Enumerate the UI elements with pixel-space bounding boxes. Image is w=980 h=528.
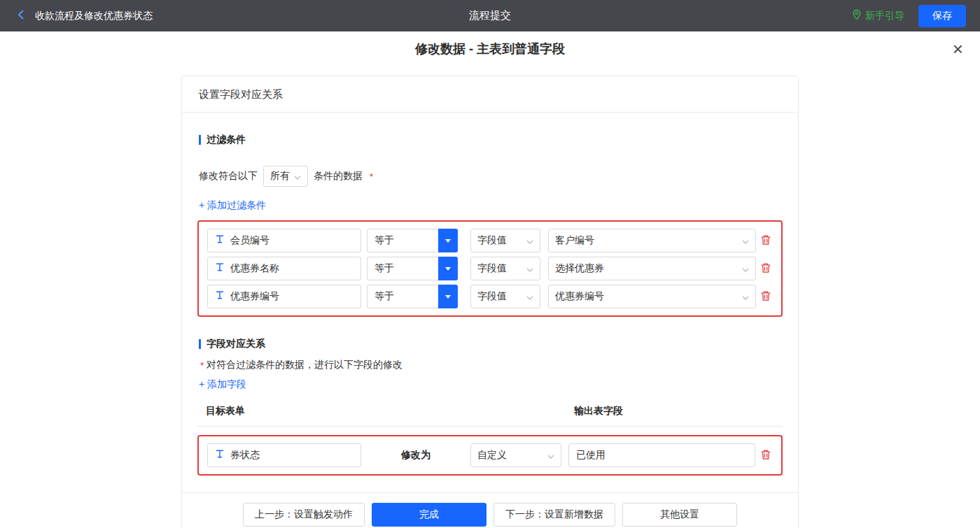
value-type-select[interactable]: 字段值 <box>470 285 540 308</box>
mapping-description-row: * 对符合过滤条件的数据，进行以下字段的修改 <box>199 359 781 371</box>
modal-title: 修改数据 - 主表到普通字段 <box>415 41 565 57</box>
trash-icon <box>760 449 771 462</box>
required-mark: * <box>370 171 373 182</box>
card-header: 设置字段对应关系 <box>182 76 798 113</box>
filter-title-text: 过滤条件 <box>206 134 246 146</box>
other-settings-button[interactable]: 其他设置 <box>622 503 737 527</box>
flow-title: 收款流程及修改优惠券状态 <box>35 10 153 22</box>
delete-row-button[interactable] <box>759 289 773 305</box>
filter-field-input[interactable] <box>230 263 354 274</box>
output-value-input-wrap <box>568 443 755 467</box>
chevron-down-icon <box>294 171 301 182</box>
topbar-left: 收款流程及修改优惠券状态 <box>14 8 153 24</box>
back-button[interactable] <box>14 8 28 24</box>
chevron-down-icon <box>547 450 554 461</box>
delete-row-button[interactable] <box>759 261 773 277</box>
trash-icon <box>760 234 771 248</box>
output-value-input[interactable] <box>576 450 748 461</box>
mode-select[interactable]: 自定义 <box>470 443 561 467</box>
topbar: 收款流程及修改优惠券状态 流程提交 新手引导 保存 <box>0 0 980 31</box>
filter-field-input-wrap <box>207 257 361 280</box>
modify-to-label: 修改为 <box>361 449 470 462</box>
next-step-button[interactable]: 下一步：设置新增数据 <box>493 503 615 527</box>
delete-row-button[interactable] <box>759 233 773 249</box>
caret-down-icon <box>438 229 458 252</box>
chevron-down-icon <box>742 291 749 302</box>
close-icon: × <box>953 38 963 59</box>
text-field-icon <box>215 449 225 462</box>
value-type-text: 字段值 <box>477 262 507 275</box>
chevron-down-icon <box>526 263 533 274</box>
match-type-select[interactable]: 所有 <box>263 166 308 187</box>
operator-value: 等于 <box>367 229 438 252</box>
mode-text: 自定义 <box>477 449 507 462</box>
mapping-description: 对符合过滤条件的数据，进行以下字段的修改 <box>206 359 402 371</box>
save-button[interactable]: 保存 <box>918 5 966 27</box>
value-type-text: 字段值 <box>477 290 507 303</box>
close-button[interactable]: × <box>953 40 963 58</box>
column-target-form: 目标表单 <box>206 405 574 418</box>
value-text: 选择优惠券 <box>555 262 604 275</box>
text-field-icon <box>215 234 225 247</box>
filter-section-title: 过滤条件 <box>199 134 781 146</box>
required-mark: * <box>200 360 204 371</box>
operator-select[interactable]: 等于 <box>367 257 458 280</box>
chevron-down-icon <box>526 291 533 302</box>
match-condition-row: 修改符合以下 所有 条件的数据 * <box>199 166 781 187</box>
value-text: 优惠券编号 <box>555 290 604 303</box>
mapping-rows-highlight-box: 修改为 自定义 <box>197 435 783 476</box>
filter-section: 过滤条件 修改符合以下 所有 条件的数据 * + 添加过滤条件 <box>182 134 798 212</box>
beginner-guide-link[interactable]: 新手引导 <box>852 9 904 22</box>
filter-field-input-wrap <box>207 229 361 252</box>
filter-row: 等于 字段值 优惠券编号 <box>207 285 773 308</box>
operator-value: 等于 <box>367 257 438 280</box>
chevron-down-icon <box>526 235 533 246</box>
done-button[interactable]: 完成 <box>372 503 486 527</box>
prev-step-button[interactable]: 上一步：设置触发动作 <box>243 503 365 527</box>
match-type-value: 所有 <box>270 170 290 183</box>
operator-select[interactable]: 等于 <box>367 285 458 308</box>
section-bar-icon <box>199 339 201 349</box>
match-suffix: 条件的数据 <box>314 170 363 183</box>
mapping-section-title: 字段对应关系 <box>199 338 781 350</box>
delete-row-button[interactable] <box>759 448 773 464</box>
topbar-right: 新手引导 保存 <box>852 5 966 27</box>
mapping-table-header: 目标表单 输出表字段 <box>197 405 783 427</box>
mapping-field-input[interactable] <box>230 450 354 461</box>
location-pin-icon <box>852 9 862 22</box>
settings-card: 设置字段对应关系 过滤条件 修改符合以下 所有 条件的数据 * + 添加过滤条件 <box>181 76 799 528</box>
modal-titlebar: 修改数据 - 主表到普通字段 × <box>0 31 980 66</box>
chevron-left-icon <box>15 9 27 22</box>
value-text: 客户编号 <box>555 234 594 247</box>
mapping-title-text: 字段对应关系 <box>206 338 265 350</box>
card-footer: 上一步：设置触发动作 完成 下一步：设置新增数据 其他设置 <box>182 492 798 528</box>
chevron-down-icon <box>742 235 749 246</box>
trash-icon <box>760 262 771 276</box>
value-select[interactable]: 优惠券编号 <box>548 285 756 308</box>
section-bar-icon <box>199 135 201 145</box>
operator-value: 等于 <box>367 285 438 308</box>
value-type-text: 字段值 <box>477 234 507 247</box>
column-output-field: 输出表字段 <box>574 405 623 418</box>
text-field-icon <box>215 290 225 303</box>
chevron-down-icon <box>742 263 749 274</box>
text-field-icon <box>215 262 225 275</box>
guide-label: 新手引导 <box>865 10 904 22</box>
filter-row: 等于 字段值 客户编号 <box>207 229 773 252</box>
filter-field-input[interactable] <box>230 291 354 302</box>
value-type-select[interactable]: 字段值 <box>470 257 540 280</box>
mapping-row: 修改为 自定义 <box>207 443 773 467</box>
value-select[interactable]: 客户编号 <box>548 229 756 252</box>
match-prefix: 修改符合以下 <box>199 170 258 183</box>
mapping-section: 字段对应关系 * 对符合过滤条件的数据，进行以下字段的修改 + 添加字段 <box>182 338 798 391</box>
value-select[interactable]: 选择优惠券 <box>548 257 756 280</box>
filter-field-input-wrap <box>207 285 361 308</box>
page-body: 设置字段对应关系 过滤条件 修改符合以下 所有 条件的数据 * + 添加过滤条件 <box>0 66 980 528</box>
filter-rows-highlight-box: 等于 字段值 客户编号 <box>197 220 783 317</box>
filter-field-input[interactable] <box>230 235 354 246</box>
add-filter-condition-link[interactable]: + 添加过滤条件 <box>199 199 266 212</box>
value-type-select[interactable]: 字段值 <box>470 229 540 252</box>
operator-select[interactable]: 等于 <box>367 229 458 252</box>
add-field-link[interactable]: + 添加字段 <box>199 378 246 391</box>
caret-down-icon <box>438 257 458 280</box>
